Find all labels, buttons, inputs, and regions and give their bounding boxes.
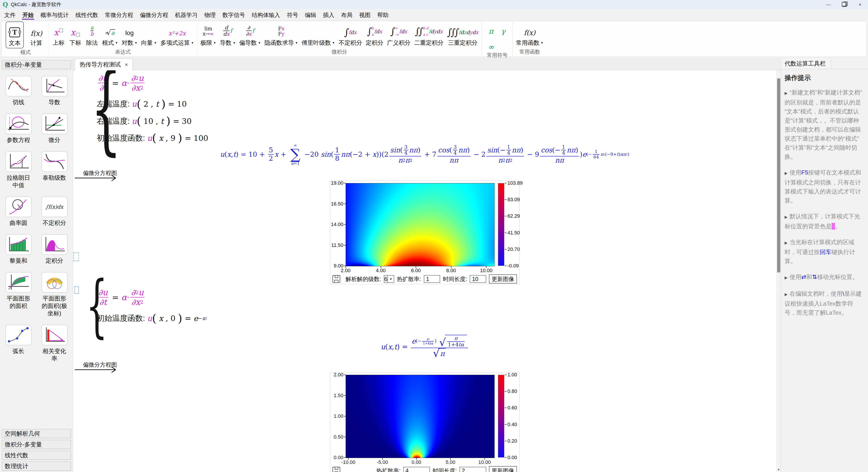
sidebar-item-polar-area[interactable]: 平面图形的面积(极坐标) (37, 272, 72, 317)
parameter-input[interactable]: 2 (460, 467, 486, 472)
sidebar-item-riemann[interactable]: 黎曼和 (1, 234, 36, 264)
parameter-input[interactable]: 4 (403, 467, 430, 472)
fourier-series-button[interactable]: 傅里叶级数▼ (302, 23, 335, 47)
close-button[interactable]: × (852, 0, 868, 9)
sidebar-item-differential[interactable]: 微分 (37, 114, 72, 144)
triple-integral-button[interactable]: ∫∫∫fdzdydx三重定积分 (447, 23, 478, 47)
sidebar-item-plane-area[interactable]: 平面图形的面积 (1, 272, 36, 317)
symbol-gamma-button[interactable]: γ (501, 22, 505, 35)
equation-system-2[interactable]: { ∂u∂t = α·∂2u∂x2 初始温度函数: u( x , 0 ) = e… (75, 288, 207, 324)
menu-item[interactable]: 概率与统计 (37, 9, 72, 21)
antiderivative-icon: ∫f(x)dx (41, 197, 67, 217)
menubar: 文件开始概率与统计线性代数常微分方程偏微分方程机器学习物理数字信号结构体输入符号… (0, 9, 868, 21)
tab-close-icon[interactable]: × (125, 62, 128, 68)
menu-item[interactable]: 数字信号 (219, 9, 248, 21)
sidebar-item-arc-length[interactable]: 弧长 (1, 325, 36, 363)
colorbar-tick-label: 20.70 (507, 246, 520, 252)
menu-item[interactable]: 视图 (356, 9, 374, 21)
menu-item[interactable]: 物理 (201, 9, 219, 21)
scrollbar-thumb[interactable] (777, 78, 780, 273)
improper-integral-button[interactable]: ∫∞-∞fdx广义积分 (387, 23, 410, 47)
update-image-button[interactable]: 更新图像 (489, 466, 517, 472)
definite-integral-button[interactable]: ∫bafdx定积分 (366, 23, 383, 47)
y-axis-tick-label: 11.50 (330, 242, 343, 248)
sidebar-item-derivative[interactable]: 导数 (37, 76, 72, 106)
curvature-icon (6, 197, 31, 217)
ribbon-group-label: 微积分 (200, 48, 478, 56)
vertical-scrollbar[interactable]: ▼ (776, 70, 781, 472)
menu-item[interactable]: 编辑 (302, 9, 320, 21)
series-order-select[interactable]: 6▼ (384, 275, 394, 283)
menu-item[interactable]: 机器学习 (172, 9, 201, 21)
sidebar-item-taylor[interactable]: 泰勒级数 (37, 152, 72, 189)
restore-button[interactable] (836, 0, 852, 9)
chevron-down-icon: ▼ (540, 41, 544, 44)
sidebar-item-antiderivative[interactable]: ∫f(x)dx不定积分 (37, 197, 72, 227)
double-integral-button[interactable]: ∫∫b da cfdydx二重定积分 (414, 23, 443, 47)
equation-system-1[interactable]: { ∂u∂t = α·∂2u∂x2 左端温度: u( 2 , t ) = 10 … (75, 73, 208, 144)
sidebar-item-related-rates[interactable]: 相关变化率 (37, 325, 72, 363)
sidebar-section[interactable]: 微积分-多变量 (2, 440, 71, 449)
common-functions-button[interactable]: f(x)常用函数▼ (516, 23, 544, 47)
window-controls: — × (820, 0, 868, 9)
pde-equation-2: ∂u∂t = α·∂2u∂x2 (97, 288, 207, 307)
implicit-diff-button[interactable]: FxFy隐函数求导▼ (265, 23, 298, 47)
menu-item[interactable]: 结构体输入 (248, 9, 283, 21)
parameter-input[interactable]: 10 (470, 275, 486, 283)
calc-mode-button[interactable]: f(x)计算 (27, 22, 45, 49)
solution-formula-2: u(x,t) = e(−x21+4tα) √π1+4tα√π (73, 335, 776, 359)
menu-item[interactable]: 线性代数 (72, 9, 101, 21)
polynomial-ops-button[interactable]: x²+2x多项式运算▼ (160, 23, 194, 47)
indefinite-integral-button[interactable]: ∫fdx不定积分 (339, 23, 362, 47)
update-image-button[interactable]: 更新图像 (489, 275, 517, 283)
colorbar-tick-label: 83.09 (507, 197, 520, 202)
sidebar-section[interactable]: 数理统计 (2, 462, 71, 471)
colorbar-tick-label: -0.09 (507, 263, 519, 269)
scroll-down-icon[interactable]: ▼ (777, 468, 781, 471)
sidebar-item-lagrange[interactable]: 拉格朗日中值 (1, 152, 36, 189)
sidebar-header-calculus-single[interactable]: 微积分-单变量 (2, 60, 71, 69)
symbol-infinity-button[interactable]: ∞ (488, 37, 494, 51)
sidebar-item-definite-integral[interactable]: 定积分 (37, 234, 72, 264)
lagrange-icon (6, 152, 31, 172)
logarithm-button[interactable]: log对数▼ (122, 23, 137, 47)
polar-area-icon (41, 272, 67, 292)
superscript-button[interactable]: x上标 (52, 23, 65, 47)
menu-item[interactable]: 布局 (338, 9, 356, 21)
save-icon[interactable] (333, 275, 340, 283)
radical-button[interactable]: n√a根式▼ (102, 23, 118, 47)
menu-item[interactable]: 开始 (19, 9, 37, 21)
brace-glyph: { (91, 70, 122, 147)
sidebar-section[interactable]: 线性代数 (2, 451, 71, 460)
minimize-button[interactable]: — (820, 0, 836, 9)
menu-item[interactable]: 偏微分方程 (136, 9, 172, 21)
limit-button[interactable]: limx→∞极限▼ (200, 23, 216, 47)
sidebar-item-parametric[interactable]: 参数方程 (1, 114, 36, 144)
pde-plot-button-2[interactable]: 偏微分方程图 (75, 361, 116, 370)
vector-button[interactable]: 向量▼ (141, 23, 157, 47)
subscript-button[interactable]: x下标 (69, 23, 82, 47)
menu-item[interactable]: 帮助 (374, 9, 392, 21)
save-icon[interactable] (333, 467, 340, 472)
x-axis-tick-label: 8.00 (446, 268, 456, 274)
partial-derivative-button[interactable]: ∂∂xf偏导数▼ (239, 23, 261, 47)
symbol-pi-button[interactable]: π (489, 22, 493, 35)
menu-item[interactable]: 符号 (283, 9, 302, 21)
parameter-input[interactable]: 1 (424, 275, 440, 283)
derivative-button[interactable]: ddxf导数▼ (220, 23, 236, 47)
sidebar-item-curvature[interactable]: 曲率圆 (1, 197, 36, 227)
menu-item[interactable]: 插入 (320, 9, 338, 21)
sidebar-section[interactable]: 空间解析几何 (2, 429, 71, 438)
menu-item[interactable]: 常微分方程 (101, 9, 136, 21)
arrow-icon (75, 178, 116, 178)
text-mode-button[interactable]: T文本 (6, 22, 24, 49)
colorbar-1 (498, 183, 504, 266)
division-button[interactable]: ab除法 (86, 23, 98, 47)
document-tab[interactable]: 热传导方程测试 × (75, 59, 133, 70)
pde-plot-button-1[interactable]: 偏微分方程图 (75, 169, 116, 178)
y-axis-tick-label: 2.00 (330, 372, 343, 378)
sidebar-item-tangent[interactable]: 切线 (1, 76, 36, 106)
document-canvas[interactable]: { ∂u∂t = α·∂2u∂x2 左端温度: u( 2 , t ) = 10 … (73, 70, 776, 472)
solution-formula-1: u(x,t) = 10 + 52x + ∞∑n=1 −20 sin(18nπ(−… (73, 143, 776, 165)
menu-item[interactable]: 文件 (1, 9, 19, 21)
